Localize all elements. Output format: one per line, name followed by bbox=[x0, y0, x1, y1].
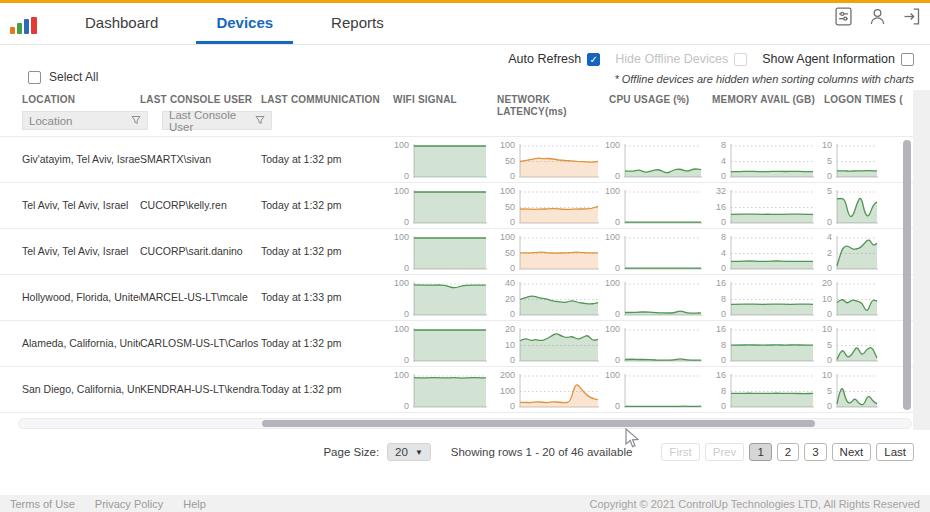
tick-label: 0 bbox=[510, 218, 515, 227]
cell-logon: 1050 bbox=[818, 367, 908, 411]
table-row[interactable]: Alameda, California, United St...CARLOSM… bbox=[0, 320, 930, 366]
chart-ticks: 1680 bbox=[706, 325, 730, 365]
tick-label: 10 bbox=[822, 371, 832, 380]
sparkline-chart bbox=[836, 187, 878, 227]
nav-tabs: DashboardDevicesReports bbox=[65, 3, 422, 44]
sparkline-chart bbox=[413, 187, 487, 227]
filter-last-console-user[interactable]: Last Console User bbox=[162, 111, 272, 130]
tick-label: 0 bbox=[510, 402, 515, 411]
page-button-1[interactable]: 1 bbox=[749, 443, 771, 461]
page-button-3[interactable]: 3 bbox=[804, 443, 826, 461]
tick-label: 20 bbox=[822, 279, 832, 288]
chart-ticks: 100500 bbox=[491, 141, 519, 181]
checkbox-box[interactable] bbox=[901, 53, 914, 66]
tick-label: 0 bbox=[404, 402, 409, 411]
tick-label: 16 bbox=[716, 203, 726, 212]
page-size-dropdown[interactable]: 20 ▼ bbox=[387, 443, 431, 461]
table-row[interactable]: Giv'atayim, Tel Aviv, IsraelSMARTX\sivan… bbox=[0, 136, 930, 182]
horizontal-scrollbar-track[interactable] bbox=[18, 418, 912, 429]
chart-ticks: 1680 bbox=[706, 371, 730, 411]
page-size-label: Page Size: bbox=[323, 446, 379, 458]
cell-wifi: 1000 bbox=[387, 321, 491, 365]
tick-label: 20 bbox=[505, 325, 515, 334]
tick-label: 0 bbox=[721, 172, 726, 181]
tick-label: 0 bbox=[827, 310, 832, 319]
tab-reports[interactable]: Reports bbox=[311, 3, 404, 44]
chart-ticks: 50 bbox=[818, 187, 836, 227]
tick-label: 0 bbox=[827, 402, 832, 411]
tick-label: 0 bbox=[721, 402, 726, 411]
column-settings-icon[interactable] bbox=[833, 6, 854, 27]
chart-ticks: 2001000 bbox=[491, 371, 519, 411]
chart-ticks: 1000 bbox=[387, 371, 413, 411]
vertical-scrollbar[interactable] bbox=[903, 140, 911, 410]
tick-label: 0 bbox=[615, 172, 620, 181]
checkbox-box[interactable]: ✓ bbox=[587, 53, 600, 66]
chart-ticks: 100500 bbox=[491, 187, 519, 227]
tick-label: 50 bbox=[505, 203, 515, 212]
col-header-memory[interactable]: MEMORY AVAIL (GB) bbox=[706, 94, 818, 118]
tick-label: 0 bbox=[615, 402, 620, 411]
filter-location[interactable]: Location bbox=[22, 111, 148, 130]
table-row[interactable]: Tel Aviv, Tel Aviv, IsraelCUCORP\sarit.d… bbox=[0, 228, 930, 274]
tick-label: 50 bbox=[505, 249, 515, 258]
tick-label: 8 bbox=[721, 295, 726, 304]
tick-label: 16 bbox=[716, 325, 726, 334]
col-header-latency[interactable]: NETWORK LATENCY(ms) bbox=[491, 94, 603, 118]
cell-logon: 20100 bbox=[818, 275, 908, 319]
footer-link-privacy-policy[interactable]: Privacy Policy bbox=[95, 498, 163, 510]
footer-link-help[interactable]: Help bbox=[183, 498, 206, 510]
sparkline-chart bbox=[624, 187, 702, 227]
table-row[interactable]: Tel Aviv, Tel Aviv, IsraelCUCORP\kelly.r… bbox=[0, 182, 930, 228]
tab-devices[interactable]: Devices bbox=[196, 3, 293, 44]
cell-location: San Diego, California, United ... bbox=[0, 367, 140, 395]
tick-label: 100 bbox=[605, 371, 620, 380]
tab-dashboard[interactable]: Dashboard bbox=[65, 3, 178, 44]
checkbox-show-agent-information[interactable]: Show Agent Information bbox=[762, 52, 914, 66]
cell-logon: 50 bbox=[818, 183, 908, 227]
sparkline-chart bbox=[413, 279, 487, 319]
sparkline-chart bbox=[836, 141, 878, 181]
cell-latency: 20100 bbox=[491, 321, 603, 365]
user-icon[interactable] bbox=[867, 6, 888, 27]
checkbox-label: Hide Offline Devices bbox=[615, 52, 728, 66]
sparkline-chart bbox=[836, 279, 878, 319]
page-button-last[interactable]: Last bbox=[876, 443, 914, 461]
tick-label: 0 bbox=[721, 218, 726, 227]
table-row[interactable]: San Diego, California, United ...KENDRAH… bbox=[0, 366, 930, 412]
logout-icon[interactable] bbox=[901, 6, 922, 27]
page-button-2[interactable]: 2 bbox=[777, 443, 799, 461]
col-header-cpu[interactable]: CPU USAGE (%) bbox=[603, 94, 706, 118]
cell-latency: 100500 bbox=[491, 183, 603, 227]
cell-location: Tel Aviv, Tel Aviv, Israel bbox=[0, 229, 140, 257]
tick-label: 100 bbox=[394, 141, 409, 150]
table-rows: Giv'atayim, Tel Aviv, IsraelSMARTX\sivan… bbox=[0, 136, 930, 413]
cell-wifi: 1000 bbox=[387, 183, 491, 227]
tick-label: 16 bbox=[716, 371, 726, 380]
tick-label: 0 bbox=[827, 172, 832, 181]
filter-funnel-icon bbox=[131, 115, 141, 127]
tick-label: 50 bbox=[505, 157, 515, 166]
tick-label: 0 bbox=[827, 356, 832, 365]
showing-rows-text: Showing rows 1 - 20 of 46 available bbox=[451, 446, 633, 458]
tick-label: 0 bbox=[615, 356, 620, 365]
cell-latency: 2001000 bbox=[491, 367, 603, 411]
chart-ticks: 20100 bbox=[491, 325, 519, 365]
chart-ticks: 1000 bbox=[387, 325, 413, 365]
col-header-wifi[interactable]: WIFI SIGNAL bbox=[387, 94, 491, 118]
checkbox-auto-refresh[interactable]: Auto Refresh✓ bbox=[508, 52, 600, 66]
table-row[interactable]: Hollywood, Florida, United Sta...MARCEL-… bbox=[0, 274, 930, 320]
footer-link-terms-of-use[interactable]: Terms of Use bbox=[10, 498, 75, 510]
accent-top-border bbox=[0, 0, 930, 3]
tick-label: 0 bbox=[615, 310, 620, 319]
tick-label: 0 bbox=[721, 310, 726, 319]
sparkline-chart bbox=[836, 233, 878, 273]
horizontal-scrollbar-thumb[interactable] bbox=[262, 420, 815, 427]
select-all-checkbox[interactable]: Select All bbox=[28, 70, 98, 84]
sparkline-chart bbox=[836, 371, 878, 411]
page-button-next[interactable]: Next bbox=[832, 443, 872, 461]
tick-label: 0 bbox=[721, 356, 726, 365]
checkbox-box[interactable] bbox=[28, 71, 41, 84]
col-header-logon[interactable]: LOGON TIMES ( bbox=[818, 94, 908, 118]
col-header-last_comm[interactable]: LAST COMMUNICATION bbox=[261, 94, 387, 118]
